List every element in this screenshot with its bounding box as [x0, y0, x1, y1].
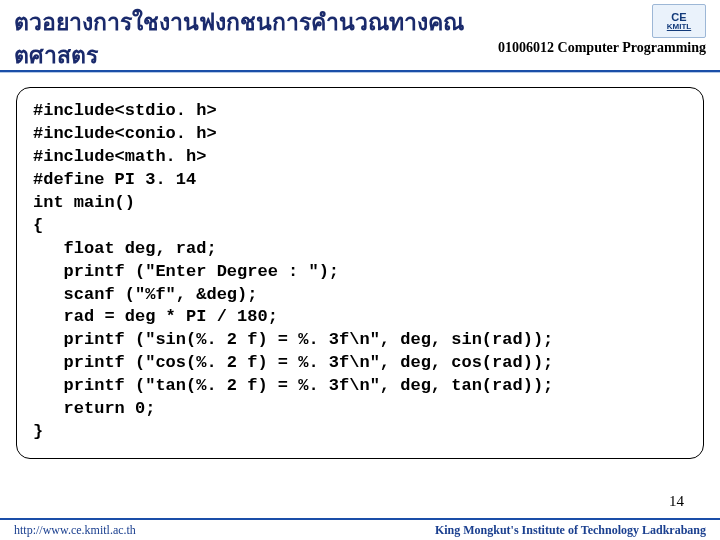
slide-header: ตวอยางการใชงานฟงกชนการคำนวณทางคณ ตศาสตร … — [0, 0, 720, 70]
slide-footer: http://www.ce.kmitl.ac.th King Mongkut's… — [0, 518, 720, 540]
page-number: 14 — [669, 493, 684, 510]
footer-url: http://www.ce.kmitl.ac.th — [14, 523, 136, 538]
slide-title-line1: ตวอยางการใชงานฟงกชนการคำนวณทางคณ — [14, 8, 554, 37]
institution-logo: CE KMITL — [652, 4, 706, 38]
content-area: #include<stdio. h> #include<conio. h> #i… — [0, 73, 720, 469]
footer-institution: King Mongkut's Institute of Technology L… — [435, 523, 706, 538]
logo-text-bottom: KMITL — [667, 23, 691, 31]
course-code: 01006012 Computer Programming — [498, 40, 706, 56]
code-listing: #include<stdio. h> #include<conio. h> #i… — [16, 87, 704, 459]
logo-text-top: CE — [671, 12, 686, 23]
